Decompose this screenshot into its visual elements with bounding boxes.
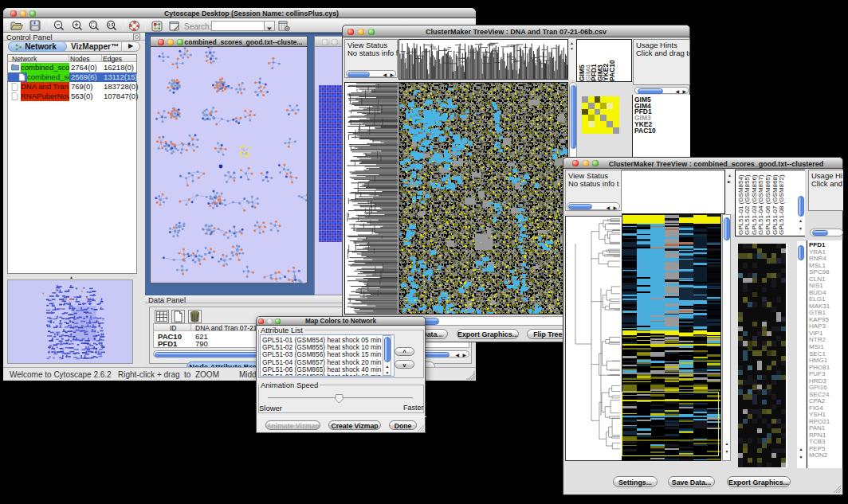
svg-text:1:1: 1:1 xyxy=(108,22,113,27)
svg-text:GPL51-08 (GSM872): GPL51-08 (GSM872) xyxy=(778,174,785,235)
svg-text:PAC10: PAC10 xyxy=(608,60,616,81)
